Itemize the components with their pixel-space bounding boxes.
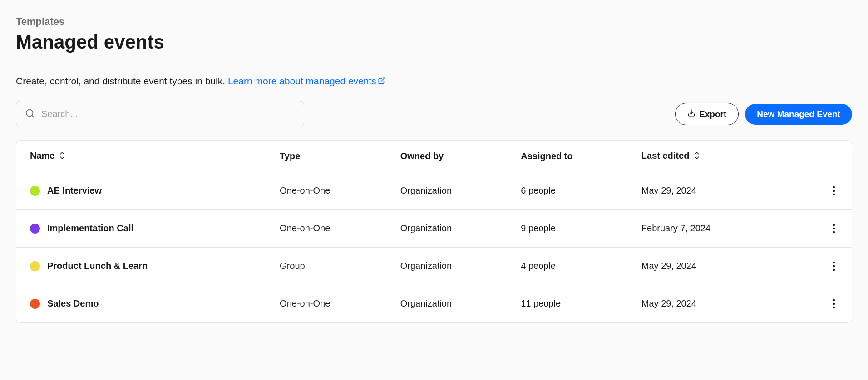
owned-by-cell: Organization xyxy=(387,247,508,285)
svg-point-8 xyxy=(833,227,835,229)
table-row[interactable]: Sales DemoOne-on-OneOrganization11 peopl… xyxy=(16,285,852,322)
actions-cell xyxy=(783,209,852,247)
owned-by-cell: Organization xyxy=(387,285,508,322)
column-header-assigned-to[interactable]: Assigned to xyxy=(507,141,628,172)
sort-icon xyxy=(59,151,65,162)
svg-point-10 xyxy=(833,261,835,263)
svg-point-5 xyxy=(833,190,835,191)
svg-point-11 xyxy=(833,265,835,267)
table-row[interactable]: Implementation CallOne-on-OneOrganizatio… xyxy=(16,209,852,247)
name-cell: Implementation Call xyxy=(16,209,266,247)
svg-point-15 xyxy=(833,306,835,308)
export-label: Export xyxy=(699,109,726,119)
column-header-last-edited[interactable]: Last edited xyxy=(628,141,783,172)
svg-point-13 xyxy=(833,299,835,301)
type-cell: One-on-One xyxy=(266,209,387,247)
sort-icon xyxy=(694,151,700,162)
svg-line-2 xyxy=(32,115,34,117)
type-cell: One-on-One xyxy=(266,172,387,209)
svg-point-6 xyxy=(833,193,835,195)
name-cell: Product Lunch & Learn xyxy=(16,247,266,285)
name-cell: Sales Demo xyxy=(16,285,266,322)
column-header-name[interactable]: Name xyxy=(16,141,266,172)
more-actions-button[interactable] xyxy=(830,296,838,312)
more-vertical-icon xyxy=(833,261,835,271)
assigned-to-cell: 11 people xyxy=(507,285,628,322)
events-table: Name Type Owned by Assigned to Last edit… xyxy=(16,141,852,322)
more-vertical-icon xyxy=(833,299,835,309)
toolbar: Export New Managed Event xyxy=(16,101,852,127)
svg-line-0 xyxy=(381,78,385,82)
description: Create, control, and distribute event ty… xyxy=(16,76,852,87)
event-name: Implementation Call xyxy=(47,223,133,234)
description-text: Create, control, and distribute event ty… xyxy=(16,76,228,86)
new-managed-event-button[interactable]: New Managed Event xyxy=(745,104,852,125)
more-vertical-icon xyxy=(833,186,835,196)
more-actions-button[interactable] xyxy=(830,221,838,236)
learn-more-link[interactable]: Learn more about managed events xyxy=(228,76,386,86)
table-row[interactable]: AE InterviewOne-on-OneOrganization6 peop… xyxy=(16,172,852,209)
color-dot-icon xyxy=(30,261,40,271)
search-input[interactable] xyxy=(16,101,304,127)
event-name: Product Lunch & Learn xyxy=(47,261,148,271)
color-dot-icon xyxy=(30,224,40,234)
owned-by-cell: Organization xyxy=(387,172,508,209)
svg-point-12 xyxy=(833,268,835,270)
name-cell: AE Interview xyxy=(16,172,266,209)
assigned-to-cell: 4 people xyxy=(507,247,628,285)
column-header-actions xyxy=(783,141,852,172)
column-last-edited-label: Last edited xyxy=(641,151,690,161)
table-header-row: Name Type Owned by Assigned to Last edit… xyxy=(16,141,852,172)
column-header-owned-by[interactable]: Owned by xyxy=(387,141,508,172)
search-container xyxy=(16,101,304,127)
column-name-label: Name xyxy=(30,151,54,161)
actions-cell xyxy=(783,247,852,285)
toolbar-actions: Export New Managed Event xyxy=(675,103,852,125)
last-edited-cell: May 29, 2024 xyxy=(628,247,783,285)
column-header-type[interactable]: Type xyxy=(266,141,387,172)
svg-point-4 xyxy=(833,186,835,188)
actions-cell xyxy=(783,285,852,322)
more-actions-button[interactable] xyxy=(830,183,838,199)
events-table-container: Name Type Owned by Assigned to Last edit… xyxy=(16,140,852,322)
download-icon xyxy=(687,109,695,119)
search-icon xyxy=(25,108,35,120)
color-dot-icon xyxy=(30,186,40,196)
last-edited-cell: May 29, 2024 xyxy=(628,285,783,322)
type-cell: Group xyxy=(266,247,387,285)
external-link-icon xyxy=(378,76,386,87)
last-edited-cell: February 7, 2024 xyxy=(628,209,783,247)
more-vertical-icon xyxy=(833,224,835,234)
event-name: Sales Demo xyxy=(47,298,99,309)
table-row[interactable]: Product Lunch & LearnGroupOrganization4 … xyxy=(16,247,852,285)
actions-cell xyxy=(783,172,852,209)
svg-point-9 xyxy=(833,231,835,233)
assigned-to-cell: 6 people xyxy=(507,172,628,209)
owned-by-cell: Organization xyxy=(387,209,508,247)
color-dot-icon xyxy=(30,299,40,309)
more-actions-button[interactable] xyxy=(830,258,838,274)
svg-point-7 xyxy=(833,224,835,225)
svg-point-14 xyxy=(833,302,835,304)
learn-more-text: Learn more about managed events xyxy=(228,76,376,86)
type-cell: One-on-One xyxy=(266,285,387,322)
breadcrumb[interactable]: Templates xyxy=(16,16,852,28)
last-edited-cell: May 29, 2024 xyxy=(628,172,783,209)
page-title: Managed events xyxy=(16,31,852,53)
event-name: AE Interview xyxy=(47,185,102,196)
export-button[interactable]: Export xyxy=(675,103,739,125)
assigned-to-cell: 9 people xyxy=(507,209,628,247)
